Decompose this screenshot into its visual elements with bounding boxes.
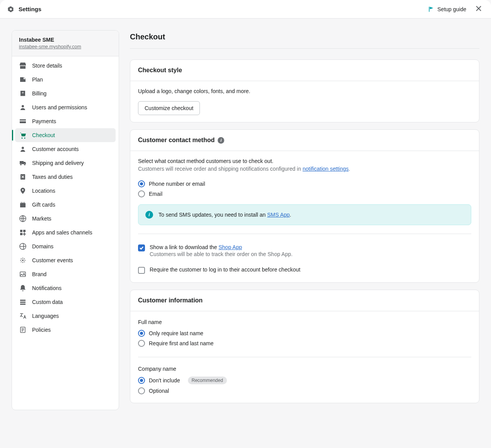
- sidebar-item-checkout[interactable]: Checkout: [15, 128, 116, 142]
- events-icon: [19, 256, 27, 264]
- contact-radio-1[interactable]: Email: [138, 189, 471, 199]
- sidebar-item-notifications[interactable]: Notifications: [15, 281, 116, 295]
- checkout-style-card: Checkout style Upload a logo, change col…: [130, 59, 479, 122]
- shop-app-subtext: Customers will be able to track their or…: [150, 251, 471, 257]
- sidebar-item-label: Shipping and delivery: [32, 160, 84, 166]
- gear-icon: [7, 5, 15, 13]
- card-title: Customer information: [130, 290, 479, 311]
- shop-app-checkbox-row: Show a link to download the Shop App Cus…: [138, 243, 471, 259]
- radio-label: Only require last name: [149, 330, 203, 336]
- svg-rect-19: [20, 304, 26, 305]
- sidebar-item-label: Customer accounts: [32, 146, 79, 152]
- sidebar-item-label: Markets: [32, 216, 51, 222]
- sidebar-item-apps[interactable]: Apps and sales channels: [15, 226, 116, 239]
- setup-guide-link[interactable]: Setup guide: [428, 6, 466, 12]
- radio-label: Email: [149, 191, 162, 197]
- sidebar-item-languages[interactable]: Languages: [15, 309, 116, 323]
- fullname-radio-group: Only require last nameRequire first and …: [138, 328, 471, 348]
- plan-icon: [19, 76, 27, 83]
- store-info: Instabee SME instabee-sme.myshopify.com: [12, 31, 119, 56]
- sidebar-item-markets[interactable]: Markets: [15, 212, 116, 226]
- sidebar-item-gift-cards[interactable]: Gift cards: [15, 198, 116, 212]
- svg-rect-12: [20, 233, 22, 235]
- payments-icon: [19, 117, 27, 125]
- svg-rect-18: [20, 302, 26, 303]
- customize-checkout-button[interactable]: Customize checkout: [138, 101, 200, 115]
- user-icon: [19, 104, 27, 111]
- bell-icon: [19, 284, 27, 292]
- sidebar-item-label: Checkout: [32, 132, 55, 138]
- svg-rect-10: [20, 230, 22, 232]
- sidebar-item-customer-accounts[interactable]: Customer accounts: [15, 142, 116, 156]
- require-login-checkbox-row: Require the customer to log in to their …: [138, 265, 471, 275]
- svg-rect-11: [23, 230, 26, 232]
- sidebar-item-locations[interactable]: Locations: [15, 184, 116, 198]
- svg-point-5: [22, 147, 24, 149]
- settings-nav: Store detailsPlan$BillingUsers and permi…: [12, 56, 119, 341]
- sidebar-item-label: Apps and sales channels: [32, 229, 92, 236]
- store-name: Instabee SME: [19, 37, 112, 43]
- sidebar-item-plan[interactable]: Plan: [15, 73, 116, 87]
- store-icon: [19, 62, 27, 70]
- fullname-radio-1[interactable]: Require first and last name: [138, 338, 471, 348]
- radio-input[interactable]: [138, 340, 145, 347]
- sidebar-item-label: Store details: [32, 63, 62, 69]
- sidebar-item-billing[interactable]: $Billing: [15, 87, 116, 100]
- fullname-radio-0[interactable]: Only require last name: [138, 328, 471, 338]
- svg-rect-17: [20, 300, 26, 301]
- sidebar-item-custom-data[interactable]: Custom data: [15, 295, 116, 309]
- company-radio-1[interactable]: Optional: [138, 386, 471, 396]
- shop-app-link[interactable]: Shop App: [218, 244, 242, 250]
- sidebar-item-label: Notifications: [32, 285, 61, 291]
- sidebar-item-label: Customer events: [32, 257, 73, 263]
- close-button[interactable]: [473, 3, 484, 15]
- header-title: Settings: [19, 6, 41, 12]
- globe-icon: [19, 215, 27, 222]
- lang-icon: [19, 312, 27, 320]
- sidebar: Instabee SME instabee-sme.myshopify.com …: [12, 30, 119, 410]
- require-login-label: Require the customer to log in to their …: [150, 266, 471, 273]
- pin-icon: [19, 187, 27, 195]
- flag-icon: [428, 6, 434, 12]
- gift-icon: [19, 201, 27, 209]
- svg-rect-15: [20, 272, 26, 277]
- sidebar-item-label: Users and permissions: [32, 104, 87, 110]
- info-icon[interactable]: i: [218, 137, 224, 144]
- policy-icon: [19, 326, 27, 334]
- radio-label: Don't include: [149, 377, 180, 384]
- recommended-badge: Recommended: [188, 377, 227, 384]
- brand-icon: [19, 270, 27, 278]
- store-url-link[interactable]: instabee-sme.myshopify.com: [19, 44, 81, 49]
- require-login-checkbox[interactable]: [138, 267, 145, 274]
- sidebar-item-users[interactable]: Users and permissions: [15, 100, 116, 114]
- sidebar-item-store-details[interactable]: Store details: [15, 59, 116, 73]
- sidebar-item-policies[interactable]: Policies: [15, 323, 116, 337]
- billing-icon: $: [19, 90, 27, 97]
- company-radio-0[interactable]: Don't includeRecommended: [138, 375, 471, 386]
- contact-radio-0[interactable]: Phone number or email: [138, 179, 471, 189]
- sidebar-item-taxes[interactable]: Taxes and duties: [15, 170, 116, 184]
- sidebar-item-shipping[interactable]: Shipping and delivery: [15, 156, 116, 170]
- sidebar-item-events[interactable]: Customer events: [15, 253, 116, 267]
- sms-banner: i To send SMS updates, you need to insta…: [138, 204, 471, 225]
- sidebar-item-brand[interactable]: Brand: [15, 267, 116, 281]
- radio-input[interactable]: [138, 180, 145, 187]
- sidebar-item-label: Plan: [32, 76, 43, 83]
- sidebar-item-payments[interactable]: Payments: [15, 114, 116, 128]
- notification-settings-link[interactable]: notification settings: [303, 166, 349, 172]
- card-title: Checkout style: [130, 60, 479, 81]
- radio-input[interactable]: [138, 377, 145, 384]
- apps-icon: [19, 229, 27, 236]
- sidebar-item-domains[interactable]: Domains: [15, 239, 116, 253]
- radio-input[interactable]: [138, 330, 145, 337]
- page-title: Checkout: [130, 30, 479, 49]
- card-description: Upload a logo, change colors, fonts, and…: [138, 88, 471, 94]
- radio-label: Phone number or email: [149, 181, 205, 187]
- shop-app-checkbox[interactable]: [138, 244, 145, 251]
- radio-input[interactable]: [138, 190, 145, 197]
- sidebar-item-label: Custom data: [32, 299, 63, 305]
- sms-app-link[interactable]: SMS App: [267, 212, 290, 218]
- sidebar-item-label: Policies: [32, 327, 51, 333]
- svg-point-14: [22, 260, 24, 261]
- radio-input[interactable]: [138, 387, 145, 394]
